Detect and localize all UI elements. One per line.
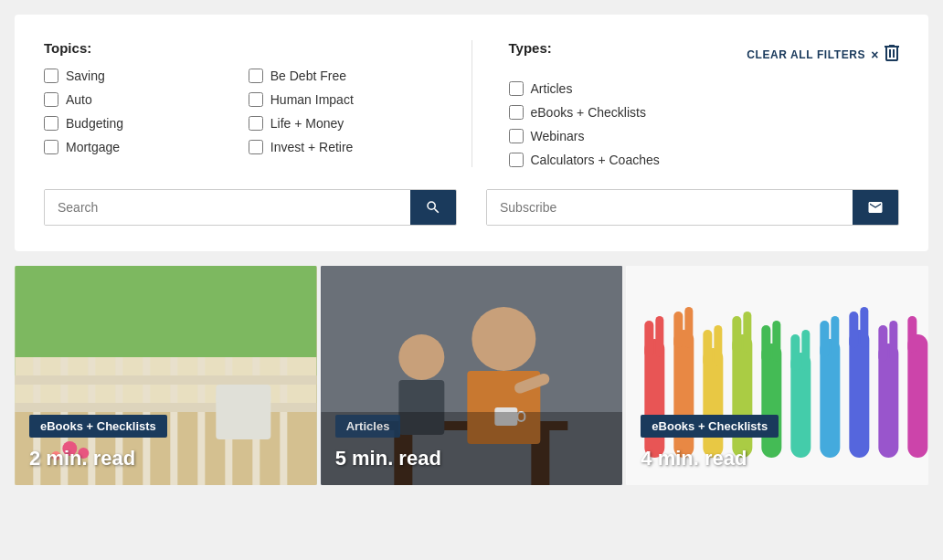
types-section: Types: CLEAR ALL FILTERS × Articles xyxy=(472,40,900,167)
checkbox-calculators-coaches[interactable]: Calculators + Coaches xyxy=(509,153,900,167)
svg-point-28 xyxy=(398,334,444,380)
checkbox-calculators-coaches-input[interactable] xyxy=(509,153,524,167)
topics-checkboxes: Saving Be Debt Free Auto Human Impact Bu… xyxy=(44,69,435,154)
card-ebooks-1[interactable]: eBooks + Checklists 2 min. read xyxy=(15,266,317,485)
checkbox-be-debt-free-input[interactable] xyxy=(249,69,263,83)
checkbox-budgeting[interactable]: Budgeting xyxy=(44,116,230,131)
svg-rect-46 xyxy=(744,312,752,353)
checkbox-human-impact-input[interactable] xyxy=(249,92,263,107)
email-icon xyxy=(867,199,884,216)
svg-rect-58 xyxy=(861,307,869,348)
svg-rect-51 xyxy=(791,334,800,371)
checkbox-life-money-input[interactable] xyxy=(249,116,263,131)
card-3-tag: eBooks + Checklists xyxy=(641,415,779,438)
types-checkboxes: Articles eBooks + Checklists Webinars Ca… xyxy=(509,81,900,167)
card-1-overlay: eBooks + Checklists 2 min. read xyxy=(15,400,317,485)
checkbox-webinars[interactable]: Webinars xyxy=(509,129,900,143)
checkbox-ebooks-input[interactable] xyxy=(509,105,524,120)
checkbox-invest-retire-label: Invest + Retire xyxy=(270,140,354,154)
card-1-read-time: 2 min. read xyxy=(29,447,302,470)
svg-rect-40 xyxy=(685,307,694,348)
svg-rect-36 xyxy=(645,321,654,357)
checkbox-saving-input[interactable] xyxy=(44,69,58,83)
card-2-overlay: Articles 5 min. read xyxy=(321,400,623,485)
checkbox-life-money-label: Life + Money xyxy=(270,116,344,131)
svg-rect-63 xyxy=(908,316,917,353)
clear-filters-label: CLEAR ALL FILTERS xyxy=(747,48,865,61)
cards-section: eBooks + Checklists 2 min. read xyxy=(15,266,928,485)
svg-rect-61 xyxy=(890,321,898,362)
svg-rect-49 xyxy=(773,321,781,362)
close-icon: × xyxy=(871,48,879,62)
checkbox-mortgage-label: Mortgage xyxy=(66,140,120,154)
svg-rect-37 xyxy=(656,316,664,357)
svg-rect-54 xyxy=(821,321,830,357)
checkbox-saving-label: Saving xyxy=(66,69,105,83)
checkbox-articles[interactable]: Articles xyxy=(509,81,900,96)
trash-icon xyxy=(885,45,899,65)
svg-rect-52 xyxy=(802,330,811,371)
card-3-overlay: eBooks + Checklists 4 min. read xyxy=(626,400,928,485)
svg-rect-48 xyxy=(762,325,771,362)
checkbox-articles-label: Articles xyxy=(531,81,573,96)
card-3-read-time: 4 min. read xyxy=(641,447,914,470)
clear-filters-button[interactable]: CLEAR ALL FILTERS × xyxy=(747,45,899,65)
svg-rect-39 xyxy=(674,312,683,348)
checkbox-webinars-input[interactable] xyxy=(509,129,524,143)
search-subscribe-row xyxy=(44,189,899,226)
checkbox-auto-input[interactable] xyxy=(44,92,58,107)
checkbox-life-money[interactable]: Life + Money xyxy=(249,116,435,131)
search-box xyxy=(44,189,457,226)
svg-rect-57 xyxy=(850,312,859,348)
card-2-read-time: 5 min. read xyxy=(335,447,609,470)
card-1-tag: eBooks + Checklists xyxy=(29,415,167,438)
checkbox-saving[interactable]: Saving xyxy=(44,69,230,83)
subscribe-button[interactable] xyxy=(853,190,898,225)
checkbox-mortgage-input[interactable] xyxy=(44,140,58,154)
checkbox-calculators-coaches-label: Calculators + Coaches xyxy=(531,153,660,167)
svg-rect-60 xyxy=(879,325,888,362)
filter-panel: Topics: Saving Be Debt Free Auto Human I… xyxy=(15,15,928,251)
svg-rect-43 xyxy=(715,325,723,366)
checkbox-webinars-label: Webinars xyxy=(531,129,585,143)
types-header: Types: CLEAR ALL FILTERS × xyxy=(509,40,900,69)
topics-section: Topics: Saving Be Debt Free Auto Human I… xyxy=(44,40,435,167)
subscribe-input[interactable] xyxy=(487,190,853,225)
checkbox-be-debt-free-label: Be Debt Free xyxy=(270,69,346,83)
checkbox-budgeting-label: Budgeting xyxy=(66,116,123,131)
topics-title: Topics: xyxy=(44,40,435,56)
subscribe-box xyxy=(486,189,899,226)
svg-rect-42 xyxy=(704,330,713,366)
svg-rect-14 xyxy=(15,375,316,385)
search-button[interactable] xyxy=(410,190,456,225)
checkbox-be-debt-free[interactable]: Be Debt Free xyxy=(249,69,435,83)
card-2-tag: Articles xyxy=(335,415,401,438)
checkbox-ebooks-label: eBooks + Checklists xyxy=(531,105,646,120)
checkbox-invest-retire[interactable]: Invest + Retire xyxy=(249,140,435,154)
checkbox-ebooks[interactable]: eBooks + Checklists xyxy=(509,105,900,120)
types-title: Types: xyxy=(509,40,552,56)
checkbox-mortgage[interactable]: Mortgage xyxy=(44,140,230,154)
checkbox-auto-label: Auto xyxy=(66,92,92,107)
card-articles-1[interactable]: Articles 5 min. read xyxy=(321,266,623,485)
checkbox-human-impact[interactable]: Human Impact xyxy=(249,92,435,107)
svg-point-26 xyxy=(472,307,535,371)
checkbox-articles-input[interactable] xyxy=(509,81,524,96)
checkbox-budgeting-input[interactable] xyxy=(44,116,58,131)
search-input[interactable] xyxy=(45,190,410,225)
card-ebooks-2[interactable]: eBooks + Checklists 4 min. read xyxy=(626,266,928,485)
svg-rect-55 xyxy=(832,316,840,357)
svg-rect-45 xyxy=(733,316,742,353)
search-icon xyxy=(425,199,441,216)
filter-row: Topics: Saving Be Debt Free Auto Human I… xyxy=(44,40,899,167)
checkbox-human-impact-label: Human Impact xyxy=(270,92,354,107)
checkbox-invest-retire-input[interactable] xyxy=(249,140,263,154)
checkbox-auto[interactable]: Auto xyxy=(44,92,230,107)
